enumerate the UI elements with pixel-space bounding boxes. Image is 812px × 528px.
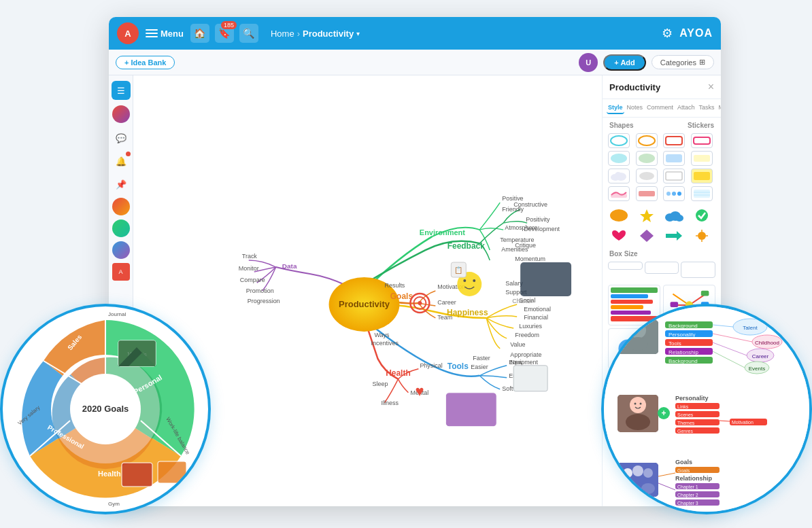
sidebar-item-chat[interactable]: 💬 [112,128,131,147]
panel-close-button[interactable]: × [708,81,714,93]
svg-text:Happiness: Happiness [447,308,488,317]
svg-text:Ways: Ways [374,332,390,338]
svg-text:Momentum: Momentum [515,256,545,262]
svg-rect-66 [694,137,710,144]
shape-stripe-red[interactable] [636,186,658,201]
sticker-blue-cloud[interactable] [663,207,685,224]
svg-text:Faster: Faster [473,355,490,362]
sidebar-avatar-3[interactable] [112,219,130,237]
categories-button[interactable]: Categories ⊞ [652,55,714,69]
svg-text:Critique: Critique [515,242,536,249]
secondary-bar-right: U + Add Categories ⊞ [579,53,714,72]
svg-text:Freedom: Freedom [515,332,539,338]
search-icon[interactable]: 🔍 [239,24,258,43]
svg-text:Positivity: Positivity [526,216,550,223]
svg-rect-55 [445,393,496,427]
shape-oval-orange[interactable] [636,133,658,148]
breadcrumb-current[interactable]: Productivity [303,29,354,39]
sidebar-avatar-2[interactable] [112,198,130,215]
shape-wave-pink[interactable] [608,186,630,201]
svg-text:+: + [661,408,666,418]
svg-text:Compare: Compare [240,277,265,283]
secondary-bar: + Idea Bank U + Add Categories ⊞ [109,50,721,75]
svg-text:Health: Health [98,470,121,478]
shape-oval-blue[interactable] [608,133,630,148]
gear-icon[interactable]: ⚙ [662,26,673,41]
svg-point-185 [640,403,642,405]
sidebar-item-notification[interactable]: 🔔 [112,152,131,171]
svg-text:Themes: Themes [677,421,695,425]
svg-text:Constructive: Constructive [513,201,547,208]
shape-cloud[interactable] [608,169,630,183]
svg-point-50 [418,301,422,305]
box-size-medium[interactable] [645,262,679,274]
sidebar-item-pin[interactable]: 📌 [112,175,131,194]
svg-text:Tools: Tools [669,340,681,347]
sidebar-avatar-1[interactable] [112,105,130,123]
sticker-orange-blob[interactable] [608,207,630,224]
svg-text:Feedback: Feedback [447,241,486,251]
sticker-green-check[interactable] [691,207,713,224]
box-size-large[interactable] [681,262,715,278]
svg-text:Goals: Goals [390,292,413,301]
sidebar-item-special[interactable]: A [112,263,130,281]
add-button[interactable]: + Add [603,54,645,71]
user-avatar-small[interactable]: U [579,53,598,72]
svg-rect-149 [122,463,152,487]
shape-rect-blue-fill[interactable] [663,151,685,166]
menu-button[interactable]: Menu [146,29,184,39]
svg-point-207 [641,483,655,494]
shape-rect-yellow-selected[interactable] [691,169,713,183]
notification-icon[interactable]: 🔖 185 [215,24,234,43]
user-avatar[interactable]: A [117,22,139,44]
svg-text:Gym: Gym [108,501,120,507]
tab-tasks[interactable]: Tasks [698,102,716,114]
sticker-yellow-star[interactable] [636,207,658,224]
svg-text:Relationship: Relationship [669,349,699,355]
sticker-purple-diamond[interactable] [636,227,658,245]
shape-dots-blue[interactable] [663,186,685,201]
svg-rect-58 [513,366,547,391]
svg-text:Background: Background [669,323,698,329]
tab-comment[interactable]: Comment [645,102,675,114]
tab-style[interactable]: Style [607,102,624,114]
svg-text:Goals: Goals [677,468,690,473]
sticker-teal-arrow[interactable] [663,227,685,245]
tab-attach[interactable]: Attach [676,102,696,114]
tab-more[interactable]: More [717,102,721,114]
sidebar-avatar-4[interactable] [112,241,130,259]
right-circle-svg: Background Personality Tools Relationshi… [604,306,809,512]
shape-rect-yellow-fill[interactable] [691,151,713,166]
breadcrumb-chevron[interactable]: ▾ [356,30,360,37]
breadcrumb-home[interactable]: Home [271,29,294,39]
shape-rect-white[interactable] [663,169,685,183]
shape-oval-teal-fill[interactable] [608,151,630,166]
svg-text:Scenes: Scenes [677,412,694,417]
svg-text:Team: Team [437,314,452,321]
tab-notes[interactable]: Notes [626,102,645,114]
svg-text:Events: Events [749,366,765,372]
svg-text:Data: Data [282,262,297,270]
svg-text:Value: Value [510,341,525,348]
shape-pattern[interactable] [691,186,713,201]
idea-bank-button[interactable]: + Idea Bank [116,56,175,69]
box-size-small[interactable] [608,262,643,270]
svg-point-204 [643,468,653,478]
home-icon[interactable]: 🏠 [190,24,209,43]
shape-rect-pink[interactable] [691,133,713,148]
shape-oval-green-fill[interactable] [636,151,658,166]
sticker-orange-sun[interactable] [691,227,713,245]
shape-blob-gray[interactable] [636,169,658,183]
svg-text:Easier: Easier [471,364,488,370]
svg-text:Physical: Physical [420,362,442,369]
svg-point-64 [639,136,655,145]
sticker-pink-heart[interactable] [608,227,630,245]
stickers-label: Stickers [688,122,714,129]
categories-label: Categories [660,58,696,67]
svg-text:Luxuries: Luxuries [519,323,542,330]
svg-text:Charter: Charter [512,298,532,304]
sidebar-item-mindmap[interactable]: ☰ [112,81,131,100]
hamburger-icon [146,29,158,37]
shape-rect-red[interactable] [663,133,685,148]
svg-text:Results: Results [384,282,405,289]
